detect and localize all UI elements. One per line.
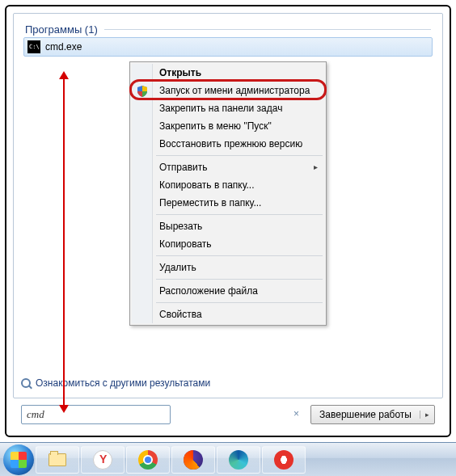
taskbar-chrome[interactable] [126, 446, 170, 474]
menu-run-as-admin[interactable]: Запуск от имени администратора [132, 82, 324, 99]
more-results-link[interactable]: Ознакомиться с другими результатами [21, 377, 210, 389]
taskbar-firefox[interactable] [171, 446, 215, 474]
section-title: Программы [25, 23, 82, 36]
menu-cut[interactable]: Вырезать [132, 217, 324, 235]
cmd-exe-icon [27, 40, 40, 53]
menu-separator [156, 255, 323, 256]
menu-copy-to-folder[interactable]: Копировать в папку... [132, 176, 324, 194]
menu-open-label: Открыть [159, 67, 201, 78]
divider-line [104, 29, 431, 30]
menu-separator [156, 214, 323, 215]
explorer-icon [49, 453, 66, 466]
yandex-icon: Y [93, 450, 112, 470]
menu-separator [156, 155, 323, 156]
taskbar-opera[interactable] [262, 446, 306, 474]
result-label: cmd.exe [45, 41, 82, 53]
shutdown-menu-arrow[interactable]: ▸ [420, 411, 434, 419]
taskbar-yandex[interactable]: Y [81, 446, 125, 474]
taskbar: Y [0, 442, 456, 476]
firefox-icon [184, 450, 203, 470]
more-results-text: Ознакомиться с другими результатами [36, 377, 210, 389]
search-icon [21, 378, 31, 388]
shutdown-button[interactable]: Завершение работы ▸ [310, 405, 435, 424]
menu-pin-taskbar[interactable]: Закрепить на панели задач [132, 99, 324, 117]
annotation-arrow [63, 74, 65, 410]
search-result-cmd[interactable]: cmd.exe [23, 37, 433, 57]
menu-properties[interactable]: Свойства [132, 305, 324, 323]
edge-icon [229, 450, 248, 470]
menu-delete[interactable]: Удалить [132, 259, 324, 276]
menu-file-location[interactable]: Расположение файла [132, 282, 324, 300]
section-count: (1) [85, 23, 98, 36]
taskbar-explorer[interactable] [36, 446, 79, 474]
context-menu: Открыть Запуск от имени администратора З… [129, 61, 327, 326]
section-header: Программы (1) [25, 23, 431, 36]
opera-icon [274, 450, 293, 470]
start-button[interactable] [3, 444, 34, 475]
menu-send-to[interactable]: Отправить [132, 158, 324, 176]
clear-search-icon[interactable]: × [293, 408, 299, 419]
menu-copy[interactable]: Копировать [132, 235, 324, 253]
search-input[interactable] [21, 405, 171, 424]
menu-restore-prev[interactable]: Восстановить прежнюю версию [132, 135, 324, 153]
shutdown-label: Завершение работы [311, 409, 420, 420]
menu-move-to-folder[interactable]: Переместить в папку... [132, 194, 324, 212]
search-row: × Завершение работы ▸ [21, 405, 435, 424]
menu-pin-start[interactable]: Закрепить в меню "Пуск" [132, 117, 324, 135]
menu-separator [156, 279, 323, 280]
menu-run-as-admin-label: Запуск от имени администратора [159, 85, 310, 96]
menu-separator [156, 302, 323, 303]
taskbar-edge[interactable] [217, 446, 260, 474]
uac-shield-icon [137, 85, 148, 96]
menu-open[interactable]: Открыть [132, 64, 324, 82]
chrome-icon [138, 450, 158, 470]
